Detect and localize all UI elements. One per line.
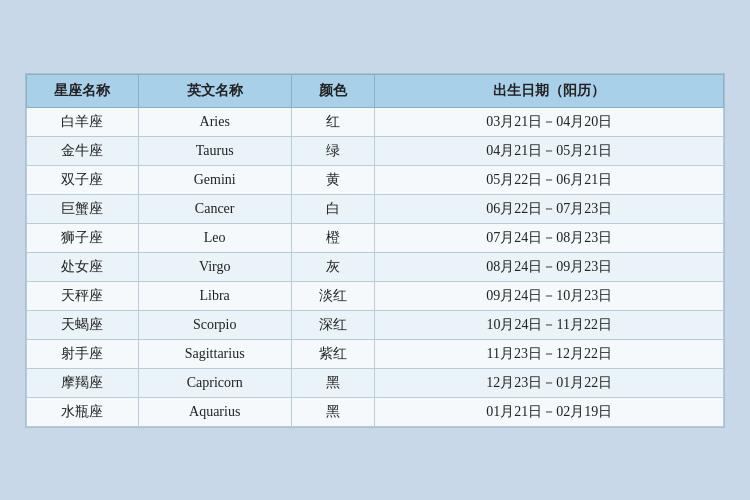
cell-date: 08月24日－09月23日 — [375, 252, 724, 281]
cell-en: Aquarius — [138, 397, 291, 426]
cell-zh: 双子座 — [27, 165, 139, 194]
table-row: 摩羯座Capricorn黑12月23日－01月22日 — [27, 368, 724, 397]
cell-zh: 金牛座 — [27, 136, 139, 165]
table-header-row: 星座名称 英文名称 颜色 出生日期（阳历） — [27, 74, 724, 107]
cell-date: 12月23日－01月22日 — [375, 368, 724, 397]
cell-en: Capricorn — [138, 368, 291, 397]
cell-date: 07月24日－08月23日 — [375, 223, 724, 252]
table-row: 处女座Virgo灰08月24日－09月23日 — [27, 252, 724, 281]
cell-date: 04月21日－05月21日 — [375, 136, 724, 165]
cell-en: Scorpio — [138, 310, 291, 339]
cell-color: 黄 — [291, 165, 375, 194]
cell-date: 03月21日－04月20日 — [375, 107, 724, 136]
cell-color: 红 — [291, 107, 375, 136]
table-row: 水瓶座Aquarius黑01月21日－02月19日 — [27, 397, 724, 426]
cell-color: 淡红 — [291, 281, 375, 310]
table-row: 天秤座Libra淡红09月24日－10月23日 — [27, 281, 724, 310]
cell-en: Cancer — [138, 194, 291, 223]
zodiac-table-container: 星座名称 英文名称 颜色 出生日期（阳历） 白羊座Aries红03月21日－04… — [25, 73, 725, 428]
table-row: 狮子座Leo橙07月24日－08月23日 — [27, 223, 724, 252]
cell-en: Libra — [138, 281, 291, 310]
cell-zh: 水瓶座 — [27, 397, 139, 426]
cell-date: 09月24日－10月23日 — [375, 281, 724, 310]
cell-color: 绿 — [291, 136, 375, 165]
cell-zh: 狮子座 — [27, 223, 139, 252]
cell-en: Leo — [138, 223, 291, 252]
cell-color: 深红 — [291, 310, 375, 339]
cell-color: 黑 — [291, 368, 375, 397]
table-row: 射手座Sagittarius紫红11月23日－12月22日 — [27, 339, 724, 368]
cell-en: Aries — [138, 107, 291, 136]
table-row: 金牛座Taurus绿04月21日－05月21日 — [27, 136, 724, 165]
table-row: 白羊座Aries红03月21日－04月20日 — [27, 107, 724, 136]
cell-color: 橙 — [291, 223, 375, 252]
cell-color: 紫红 — [291, 339, 375, 368]
cell-en: Virgo — [138, 252, 291, 281]
cell-zh: 巨蟹座 — [27, 194, 139, 223]
cell-en: Sagittarius — [138, 339, 291, 368]
cell-date: 11月23日－12月22日 — [375, 339, 724, 368]
header-color: 颜色 — [291, 74, 375, 107]
cell-date: 01月21日－02月19日 — [375, 397, 724, 426]
cell-zh: 射手座 — [27, 339, 139, 368]
cell-color: 灰 — [291, 252, 375, 281]
cell-date: 10月24日－11月22日 — [375, 310, 724, 339]
cell-color: 黑 — [291, 397, 375, 426]
cell-date: 06月22日－07月23日 — [375, 194, 724, 223]
table-body: 白羊座Aries红03月21日－04月20日金牛座Taurus绿04月21日－0… — [27, 107, 724, 426]
cell-zh: 白羊座 — [27, 107, 139, 136]
header-zh: 星座名称 — [27, 74, 139, 107]
zodiac-table: 星座名称 英文名称 颜色 出生日期（阳历） 白羊座Aries红03月21日－04… — [26, 74, 724, 427]
table-row: 天蝎座Scorpio深红10月24日－11月22日 — [27, 310, 724, 339]
cell-date: 05月22日－06月21日 — [375, 165, 724, 194]
table-row: 巨蟹座Cancer白06月22日－07月23日 — [27, 194, 724, 223]
cell-color: 白 — [291, 194, 375, 223]
table-row: 双子座Gemini黄05月22日－06月21日 — [27, 165, 724, 194]
cell-zh: 天蝎座 — [27, 310, 139, 339]
cell-en: Gemini — [138, 165, 291, 194]
cell-zh: 摩羯座 — [27, 368, 139, 397]
header-date: 出生日期（阳历） — [375, 74, 724, 107]
cell-zh: 天秤座 — [27, 281, 139, 310]
header-en: 英文名称 — [138, 74, 291, 107]
cell-zh: 处女座 — [27, 252, 139, 281]
cell-en: Taurus — [138, 136, 291, 165]
